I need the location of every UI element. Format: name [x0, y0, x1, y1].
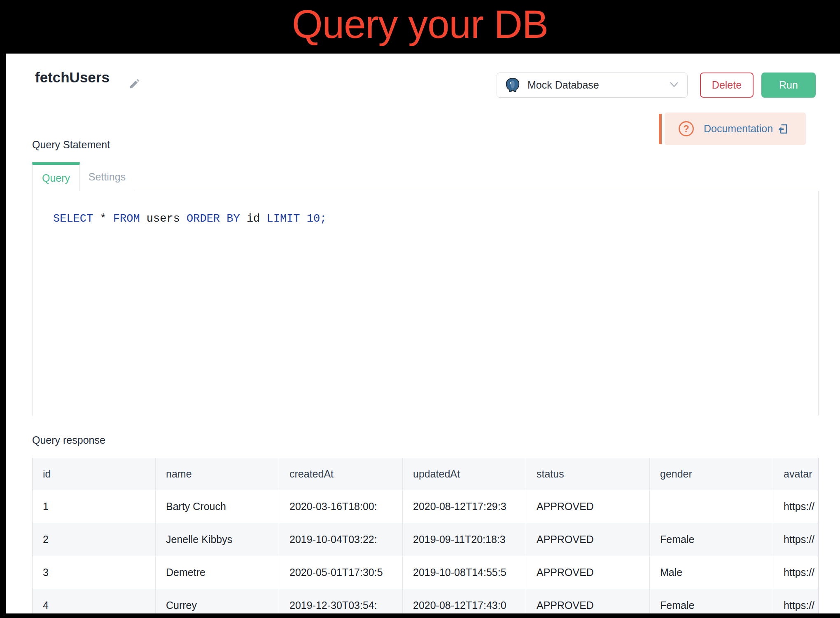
table-cell: APPROVED [526, 556, 650, 589]
table-header-cell: avatar [773, 458, 819, 490]
table-cell: Jenelle Kibbys [156, 523, 279, 556]
table-row: 3Demetre2020-05-01T17:30:52019-10-08T14:… [33, 556, 818, 589]
table-header-cell: id [33, 458, 156, 490]
sql-text: * [93, 213, 113, 225]
table-cell: 2019-10-04T03:22: [279, 523, 403, 556]
query-statement-label: Query Statement [32, 139, 110, 151]
table-header-cell: gender [650, 458, 773, 490]
tab-settings[interactable]: Settings [80, 162, 134, 191]
table-header-row: idnamecreatedAtupdatedAtstatusgenderavat… [33, 458, 818, 490]
sql-keyword: LIMIT [267, 213, 300, 225]
table-cell: 4 [33, 589, 156, 613]
table-cell: https:// [773, 523, 819, 556]
table-cell: 2019-12-30T03:54: [279, 589, 403, 613]
table-cell: 3 [33, 556, 156, 589]
resource-select-value: Mock Database [527, 79, 599, 91]
table-row: 4Currey2019-12-30T03:54:2020-08-12T17:43… [33, 589, 818, 613]
table-header-cell: updatedAt [403, 458, 526, 490]
table-cell: APPROVED [526, 589, 650, 613]
page-banner: Query your DB [0, 0, 840, 54]
table-cell [650, 490, 773, 523]
query-name: fetchUsers [35, 69, 110, 86]
query-response-label: Query response [32, 434, 105, 446]
editor-tabs: Query Settings [32, 162, 134, 191]
table-cell: 2020-05-01T17:30:5 [279, 556, 403, 589]
table-body: 1Barty Crouch2020-03-16T18:00:2020-08-12… [33, 490, 818, 613]
page: Query your DB fetchUsers Mock Database D… [0, 0, 840, 618]
table-cell: 2020-08-12T17:43:0 [403, 589, 526, 613]
help-icon: ? [679, 121, 694, 136]
table-cell: 2020-08-12T17:29:3 [403, 490, 526, 523]
edit-query-name-icon[interactable] [128, 77, 141, 90]
table-cell: https:// [773, 589, 819, 613]
tab-query[interactable]: Query [32, 162, 80, 191]
sql-text: users [140, 213, 187, 225]
query-panel: fetchUsers Mock Database Delete Run ? Do… [6, 54, 840, 613]
sql-keyword: 10; [300, 213, 327, 225]
table-cell: https:// [773, 490, 819, 523]
postgresql-icon [504, 77, 521, 94]
table-cell: Barty Crouch [156, 490, 279, 523]
banner-title: Query your DB [292, 0, 548, 49]
external-link-icon [777, 123, 789, 135]
response-table: idnamecreatedAtupdatedAtstatusgenderavat… [32, 458, 819, 613]
table-cell: Female [650, 589, 773, 613]
sql-editor[interactable]: SELECT * FROM users ORDER BY id LIMIT 10… [32, 191, 819, 416]
sql-keyword: ORDER BY [187, 213, 240, 225]
table-cell: Female [650, 523, 773, 556]
resource-select[interactable]: Mock Database [497, 73, 688, 98]
table-row: 1Barty Crouch2020-03-16T18:00:2020-08-12… [33, 490, 818, 523]
sql-keyword: SELECT [53, 213, 93, 225]
table-header-cell: status [526, 458, 650, 490]
table-cell: 2020-03-16T18:00: [279, 490, 403, 523]
table-row: 2Jenelle Kibbys2019-10-04T03:22:2019-09-… [33, 523, 818, 556]
table-header-cell: createdAt [279, 458, 403, 490]
sql-text: id [240, 213, 267, 225]
delete-button[interactable]: Delete [700, 73, 754, 98]
table-cell: Male [650, 556, 773, 589]
chevron-down-icon [670, 82, 678, 88]
sql-keyword: FROM [113, 213, 140, 225]
sql-line: SELECT * FROM users ORDER BY id LIMIT 10… [53, 213, 327, 225]
table-cell: 1 [33, 490, 156, 523]
table-cell: Currey [156, 589, 279, 613]
table-cell: Demetre [156, 556, 279, 589]
table-cell: https:// [773, 556, 819, 589]
documentation-label: Documentation [704, 123, 773, 135]
table-cell: APPROVED [526, 490, 650, 523]
table-cell: 2019-10-08T14:55:5 [403, 556, 526, 589]
documentation-link[interactable]: ? Documentation [665, 112, 806, 145]
table-cell: 2 [33, 523, 156, 556]
table-cell: APPROVED [526, 523, 650, 556]
documentation-accent-bar [659, 114, 662, 144]
table-header-cell: name [156, 458, 279, 490]
table-cell: 2019-09-11T20:18:3 [403, 523, 526, 556]
run-button[interactable]: Run [761, 73, 816, 98]
